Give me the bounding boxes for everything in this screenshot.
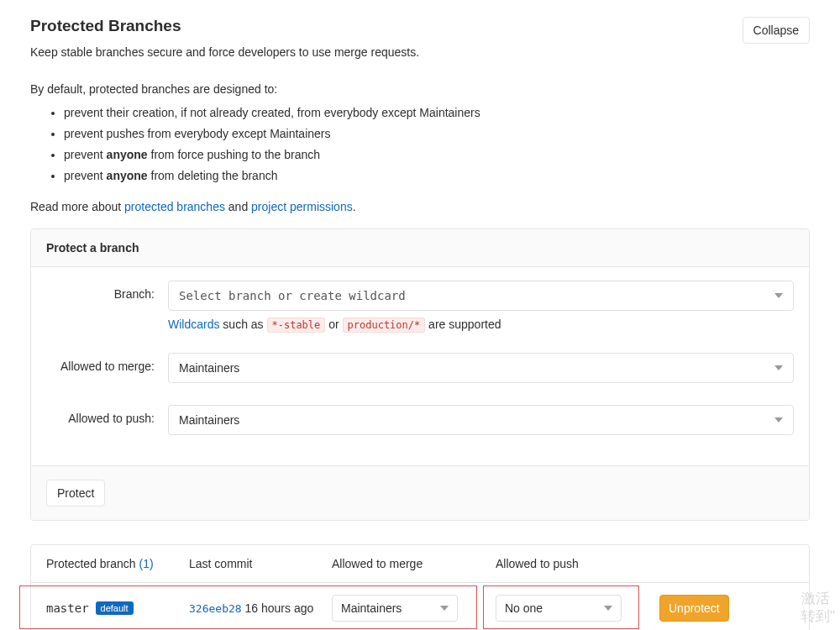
chevron-down-icon — [604, 606, 612, 611]
allowed-push-value: Maintainers — [179, 413, 239, 427]
collapse-button[interactable]: Collapse — [743, 17, 810, 44]
protected-branches-table: Protected branch (1) Last commit Allowed… — [30, 544, 810, 630]
table-row: master default 326eeb28 16 hours ago Mai… — [31, 583, 809, 630]
table-header-row: Protected branch (1) Last commit Allowed… — [31, 545, 809, 583]
row-allowed-merge-value: Maintainers — [341, 601, 402, 615]
page-title: Protected Branches — [30, 17, 419, 35]
intro-bullets: prevent their creation, if not already c… — [30, 104, 810, 185]
allowed-merge-label: Allowed to merge: — [46, 353, 168, 373]
row-allowed-push-value: No one — [505, 601, 543, 615]
branch-label: Branch: — [46, 281, 168, 301]
allowed-push-select[interactable]: Maintainers — [168, 405, 794, 435]
project-permissions-link[interactable]: project permissions — [251, 200, 353, 213]
page-subtitle: Keep stable branches secure and force de… — [30, 45, 419, 59]
allowed-merge-value: Maintainers — [179, 361, 239, 375]
wildcards-link[interactable]: Wildcards — [168, 318, 219, 331]
unprotect-button[interactable]: Unprotect — [659, 595, 729, 622]
bullet-item: prevent anyone from deleting the branch — [64, 167, 810, 185]
protect-branch-panel: Protect a branch Branch: Select branch o… — [30, 228, 810, 521]
branch-name: master — [46, 601, 89, 615]
commit-hash-link[interactable]: 326eeb28 — [189, 602, 242, 615]
wildcard-help: Wildcards such as *-stable or production… — [168, 318, 794, 331]
chevron-down-icon — [774, 417, 783, 423]
bullet-item: prevent their creation, if not already c… — [64, 104, 810, 122]
chevron-down-icon — [774, 293, 783, 298]
code-sample: production/* — [343, 318, 426, 333]
col-allowed-push: Allowed to push — [496, 557, 659, 570]
intro-lead: By default, protected branches are desig… — [30, 82, 810, 96]
row-allowed-merge-select[interactable]: Maintainers — [332, 595, 458, 622]
row-allowed-push-select[interactable]: No one — [496, 595, 622, 622]
protect-button[interactable]: Protect — [46, 480, 105, 507]
bullet-item: prevent anyone from force pushing to the… — [64, 146, 810, 164]
branch-select[interactable]: Select branch or create wildcard — [168, 281, 794, 311]
bullet-item: prevent pushes from everybody except Mai… — [64, 125, 810, 143]
panel-title: Protect a branch — [31, 229, 809, 267]
chevron-down-icon — [440, 606, 449, 611]
last-commit-cell: 326eeb28 16 hours ago — [189, 601, 332, 615]
commit-time: 16 hours ago — [242, 601, 314, 615]
default-badge: default — [96, 601, 134, 615]
code-sample: *-stable — [267, 318, 326, 333]
branch-select-value: Select branch or create wildcard — [179, 289, 406, 302]
protected-branches-link[interactable]: protected branches — [124, 200, 225, 213]
col-last-commit: Last commit — [189, 557, 332, 570]
read-more-line: Read more about protected branches and p… — [30, 200, 810, 213]
allowed-push-label: Allowed to push: — [46, 405, 168, 425]
col-allowed-merge: Allowed to merge — [332, 557, 496, 570]
allowed-merge-select[interactable]: Maintainers — [168, 353, 794, 383]
chevron-down-icon — [774, 365, 783, 370]
col-protected-branch: Protected branch (1) — [46, 557, 189, 570]
